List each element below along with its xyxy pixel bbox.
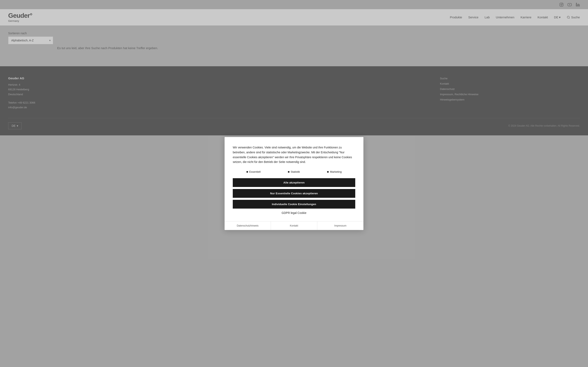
cookie-category-marketing: Marketing [327, 170, 342, 173]
cookie-category-essentiell: Essentiell [246, 170, 261, 173]
individual-settings-button[interactable]: Individuelle Cookie Einstellungen [233, 200, 355, 209]
cookie-datenschutz-link[interactable]: Datenschutzhinweis [225, 221, 271, 230]
cookie-footer-links: Datenschutzhinweis Kontakt Impressum [225, 221, 363, 230]
cookie-impressum-link[interactable]: Impressum [317, 221, 363, 230]
cookie-overlay: Wir verwenden Cookies. Viele sind notwen… [0, 0, 588, 367]
dot-essentiell [246, 171, 248, 173]
cookie-modal: Wir verwenden Cookies. Viele sind notwen… [225, 137, 363, 230]
cookie-kontakt-link[interactable]: Kontakt [271, 221, 317, 230]
dot-statistik [288, 171, 290, 173]
accept-all-button[interactable]: Alle akzeptieren [233, 178, 355, 187]
cookie-body-text: Wir verwenden Cookies. Viele sind notwen… [233, 145, 355, 165]
accept-essential-button[interactable]: Nur Essentielle Cookies akzeptieren [233, 189, 355, 198]
dot-marketing [327, 171, 329, 173]
gdpr-label: GDPR legal Cookie [233, 211, 355, 216]
cookie-category-statistik: Statistik [288, 170, 300, 173]
cookie-categories: Essentiell Statistik Marketing [233, 170, 355, 173]
